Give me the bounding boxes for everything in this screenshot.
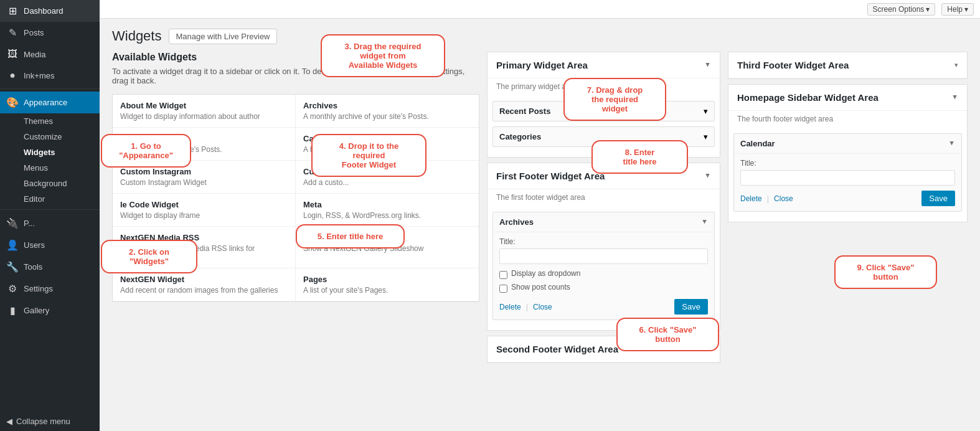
tools-icon: 🔧 [6,261,19,273]
right-panels: Third Footer Widget Area ▾ Homepage Side… [728,52,968,368]
sidebar-item-tools[interactable]: 🔧 Tools [0,256,100,278]
archives-form-actions: Delete | Close Save [499,299,708,315]
first-footer-chevron-icon: ▲ [704,173,711,180]
ink-icon: ● [6,70,19,81]
widget-custom-instagram[interactable]: Custom Instagram Custom Instagram Widget [113,161,296,194]
sidebar-item-background[interactable]: Background [17,176,100,191]
categories-widget: Categories ▾ [492,126,715,147]
page-title: Widgets [112,28,161,44]
sidebar-item-widgets[interactable]: Widgets [17,144,100,160]
middle-panels: Primary Widget Area ▲ The primary widget… [487,52,720,368]
archives-save-btn[interactable]: Save [674,299,708,315]
widget-meta[interactable]: Meta Login, RSS, & WordPress.org links. [296,194,479,227]
calendar-chevron-icon: ▲ [948,140,955,148]
help-chevron-icon: ▾ [964,5,968,14]
widget-about-me[interactable]: About Me Widget Widget to display inform… [113,95,296,128]
calendar-widget: Calendar ▲ Title: Delete | Close Save [733,133,962,212]
sidebar-item-posts[interactable]: ✎ Posts [0,22,100,44]
help-btn[interactable]: Help ▾ [941,3,974,16]
sidebar-item-editor[interactable]: Editor [17,191,100,207]
sidebar-divider2 [0,209,100,210]
settings-icon: ⚙ [6,283,19,295]
available-widgets-title: Available Widgets [112,52,479,63]
appearance-submenu: Themes Customize Widgets Menus Backgroun… [0,113,100,207]
widget-categories[interactable]: Categories A list or drop... [296,128,479,161]
widget-nextgen-rss[interactable]: NextGEN Media RSS Widget that displays M… [113,227,296,268]
manage-preview-btn[interactable]: Manage with Live Preview [169,29,276,44]
homepage-sidebar-chevron-icon: ▲ [951,94,958,102]
appearance-icon: 🎨 [6,97,19,108]
second-footer-chevron-icon: ▾ [707,345,711,353]
sidebar-item-customize[interactable]: Customize [17,129,100,144]
calendar-widget-header[interactable]: Calendar ▲ [734,134,961,153]
homepage-sidebar-widget-area: Homepage Sidebar Widget Area ▲ The fourt… [728,84,968,222]
primary-chevron-icon: ▲ [704,62,711,69]
calendar-widget-form: Title: Delete | Close Save [734,153,961,211]
first-footer-header[interactable]: First Footer Widget Area ▲ [488,163,720,189]
page-content: 1. Go to "Appearance" 2. Click on "Widge… [100,19,980,431]
widget-calendar[interactable]: Calendar A calendar of your site's Posts… [113,128,296,161]
categories-chevron: ▾ [704,132,708,141]
second-footer-header[interactable]: Second Footer Widget Area ▾ [488,336,720,362]
calendar-form-actions: Delete | Close Save [740,191,955,206]
dashboard-icon: ⊞ [6,5,19,17]
widget-grid: About Me Widget Widget to display inform… [112,94,479,302]
plugins-icon: 🔌 [6,217,19,229]
calendar-title-input[interactable] [740,170,955,186]
calendar-close-link[interactable]: Close [774,194,793,203]
widget-code[interactable]: le Code Widget Widget to display iframe [113,194,296,227]
chevron-down-icon: ▾ [926,5,930,14]
archives-widget-header[interactable]: Archives ▲ [493,212,714,232]
second-footer-widget-area: Second Footer Widget Area ▾ [487,336,720,363]
sidebar-item-media[interactable]: 🖼 Media [0,44,100,65]
sidebar-item-themes[interactable]: Themes [17,113,100,129]
calendar-delete-link[interactable]: Delete [740,194,762,203]
sidebar-item-dashboard[interactable]: ⊞ Dashboard [0,0,100,22]
third-footer-widget-area: Third Footer Widget Area ▾ [728,52,968,79]
media-icon: 🖼 [6,49,19,60]
archives-delete-link[interactable]: Delete [499,303,521,311]
page-header: Widgets Manage with Live Preview [112,28,968,44]
widget-pages[interactable]: Pages A list of your site's Pages. [296,268,479,301]
show-post-counts-checkbox[interactable] [499,285,507,293]
sidebar-divider [0,88,100,89]
recent-posts-widget: Recent Posts ▾ [492,101,715,121]
sidebar-item-ink[interactable]: ● Ink+mes [0,65,100,86]
recent-posts-chevron: ▾ [704,107,708,116]
calendar-save-btn[interactable]: Save [921,191,955,206]
widget-nextgen-slideshow[interactable]: NextGEN Slideshow Show a NextGEN Gallery… [296,227,479,268]
available-widgets-section: Available Widgets To activate a widget d… [112,52,479,368]
sidebar-item-users[interactable]: 👤 Users [0,234,100,256]
primary-area-header[interactable]: Primary Widget Area ▲ [488,52,720,78]
third-footer-chevron-icon: ▾ [954,61,958,69]
archives-chevron-icon: ▲ [701,219,708,226]
sidebar: ⊞ Dashboard ✎ Posts 🖼 Media ● Ink+mes 🎨 … [0,0,100,431]
display-dropdown-checkbox[interactable] [499,271,507,279]
widget-archives[interactable]: Archives A monthly archive of your site'… [296,95,479,128]
third-footer-header[interactable]: Third Footer Widget Area ▾ [728,52,967,78]
gallery-icon: ▮ [6,305,19,316]
sidebar-collapse-btn[interactable]: ◀ Collapse menu [0,412,100,431]
sidebar-item-settings[interactable]: ⚙ Settings [0,278,100,300]
widget-custom-menu[interactable]: Custom Menu Add a custo... [296,161,479,194]
users-icon: 👤 [6,239,19,251]
primary-widget-area: Primary Widget Area ▲ The primary widget… [487,52,720,158]
sidebar-item-appearance[interactable]: 🎨 Appearance [0,92,100,113]
posts-icon: ✎ [6,27,19,39]
screen-options-btn[interactable]: Screen Options ▾ [867,3,936,16]
homepage-sidebar-header[interactable]: Homepage Sidebar Widget Area ▲ [728,85,967,111]
topbar: Screen Options ▾ Help ▾ [100,0,980,19]
archives-widget-form: Title: Display as dropdown Show post cou… [493,232,714,320]
sidebar-item-plugins[interactable]: 🔌 P... [0,212,100,234]
available-widgets-desc: To activate a widget drag it to a sideba… [112,67,479,85]
widget-nextgen-widget[interactable]: NextGEN Widget Add recent or random imag… [113,268,296,301]
sidebar-item-menus[interactable]: Menus [17,160,100,176]
archives-close-link[interactable]: Close [533,303,552,311]
archives-title-input[interactable] [499,249,708,264]
first-footer-desc: The first footer widget area [488,189,720,207]
first-footer-widget-area: First Footer Widget Area ▲ The first foo… [487,163,720,331]
recent-posts-header[interactable]: Recent Posts ▾ [493,102,714,121]
categories-header[interactable]: Categories ▾ [493,127,714,146]
archives-widget: Archives ▲ Title: Display as dropdown [492,212,715,320]
sidebar-item-gallery[interactable]: ▮ Gallery [0,300,100,321]
